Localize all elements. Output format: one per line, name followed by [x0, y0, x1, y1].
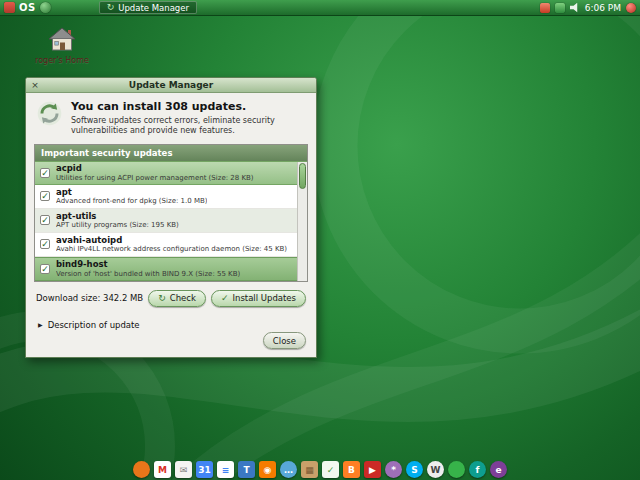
package-name: bind9-host — [56, 259, 240, 270]
update-row-bind9-host[interactable]: ✓ bind9-host Version of 'host' bundled w… — [35, 257, 307, 281]
notes-icon[interactable]: ✓ — [322, 461, 339, 478]
firefox-icon[interactable] — [133, 461, 150, 478]
scrollbar-thumb[interactable] — [299, 163, 306, 189]
news-reader-icon[interactable]: ◉ — [259, 461, 276, 478]
package-name: apt — [56, 187, 207, 198]
distro-logo-icon[interactable] — [4, 2, 15, 13]
window-title: Update Manager — [129, 80, 213, 90]
volume-icon[interactable] — [570, 3, 580, 13]
download-row: Download size: 342.2 MB ↻ Check ✓ Instal… — [36, 290, 306, 307]
writer-icon[interactable]: T — [238, 461, 255, 478]
app-launcher-icon[interactable] — [40, 2, 51, 13]
teal-app-icon[interactable]: f — [469, 461, 486, 478]
taskbar-window-label: Update Manager — [118, 3, 189, 13]
calendar-icon[interactable]: 31 — [196, 461, 213, 478]
distro-logo-text[interactable]: OS — [19, 2, 36, 13]
package-desc: APT utility programs (Size: 195 KB) — [56, 221, 179, 230]
clock[interactable]: 6:06 PM — [585, 3, 621, 13]
gmail-icon[interactable]: M — [154, 461, 171, 478]
update-row-acpid[interactable]: ✓ acpid Utilities for using ACPI power m… — [35, 161, 307, 185]
download-size-label: Download size: 342.2 MB — [36, 293, 143, 303]
update-checkbox[interactable]: ✓ — [40, 264, 50, 274]
description-expander[interactable]: ▶ Description of update — [38, 320, 316, 330]
picasa-icon[interactable]: * — [385, 461, 402, 478]
window-close-icon[interactable]: × — [29, 79, 41, 91]
system-tray: 6:06 PM — [540, 3, 636, 13]
update-heading: You can install 308 updates. — [71, 100, 276, 113]
list-scrollbar[interactable] — [297, 162, 307, 281]
refresh-icon: ↻ — [158, 294, 166, 303]
check-button[interactable]: ↻ Check — [148, 290, 206, 307]
desktop: OS ↻ Update Manager 6:06 PM roger's Home — [0, 0, 640, 480]
updates-list: Important security updates ✓ acpid Utili… — [34, 144, 308, 282]
update-manager-window: × Update Manager You can install 308 upd… — [25, 77, 317, 358]
update-checkbox[interactable]: ✓ — [40, 239, 50, 249]
expander-arrow-icon: ▶ — [38, 321, 43, 328]
email-icon[interactable]: ✉ — [175, 461, 192, 478]
install-icon: ✓ — [221, 294, 229, 303]
taskbar-window-button[interactable]: ↻ Update Manager — [99, 1, 197, 14]
package-name: apt-utils — [56, 211, 179, 222]
window-header: You can install 308 updates. Software up… — [26, 93, 316, 142]
wikipedia-icon[interactable]: W — [427, 461, 444, 478]
top-panel: OS ↻ Update Manager 6:06 PM — [0, 0, 640, 16]
desktop-icon-label: roger's Home — [30, 56, 94, 65]
update-subheading: Software updates correct errors, elimina… — [71, 116, 276, 137]
skype-icon[interactable]: S — [406, 461, 423, 478]
package-desc: Advanced front-end for dpkg (Size: 1.0 M… — [56, 197, 207, 206]
green-app-icon[interactable] — [448, 461, 465, 478]
blogger-icon[interactable]: B — [343, 461, 360, 478]
purple-app-icon[interactable]: e — [490, 461, 507, 478]
update-manager-mini-icon: ↻ — [107, 3, 115, 12]
expander-label: Description of update — [48, 320, 140, 330]
update-checkbox[interactable]: ✓ — [40, 215, 50, 225]
window-titlebar[interactable]: × Update Manager — [26, 78, 316, 93]
dock: M✉31≡T◉…▦✓B▶*SWfe — [0, 456, 640, 478]
close-button[interactable]: Close — [263, 332, 306, 349]
update-row-apt-utils[interactable]: ✓ apt-utils APT utility programs (Size: … — [35, 209, 307, 233]
docs-icon[interactable]: ≡ — [217, 461, 234, 478]
package-name: acpid — [56, 163, 254, 174]
update-icon — [36, 100, 63, 127]
youtube-icon[interactable]: ▶ — [364, 461, 381, 478]
package-desc: Avahi IPv4LL network address configurati… — [56, 245, 287, 254]
network-icon[interactable] — [555, 3, 565, 13]
panel-left: OS ↻ Update Manager — [4, 1, 197, 14]
package-desc: Utilities for using ACPI power managemen… — [56, 174, 254, 183]
update-checkbox[interactable]: ✓ — [40, 191, 50, 201]
chat-icon[interactable]: … — [280, 461, 297, 478]
desktop-icon-home[interactable]: roger's Home — [30, 27, 94, 65]
home-icon — [48, 27, 76, 51]
update-notifier-icon[interactable] — [540, 3, 550, 13]
package-desc: Version of 'host' bundled with BIND 9.X … — [56, 270, 240, 279]
list-section-header: Important security updates — [35, 145, 307, 161]
install-updates-button[interactable]: ✓ Install Updates — [211, 290, 306, 307]
update-checkbox[interactable]: ✓ — [40, 168, 50, 178]
package-name: avahi-autoipd — [56, 235, 287, 246]
session-icon[interactable] — [626, 3, 636, 13]
update-row-avahi-autoipd[interactable]: ✓ avahi-autoipd Avahi IPv4LL network add… — [35, 233, 307, 257]
update-row-apt[interactable]: ✓ apt Advanced front-end for dpkg (Size:… — [35, 185, 307, 209]
package-icon[interactable]: ▦ — [301, 461, 318, 478]
